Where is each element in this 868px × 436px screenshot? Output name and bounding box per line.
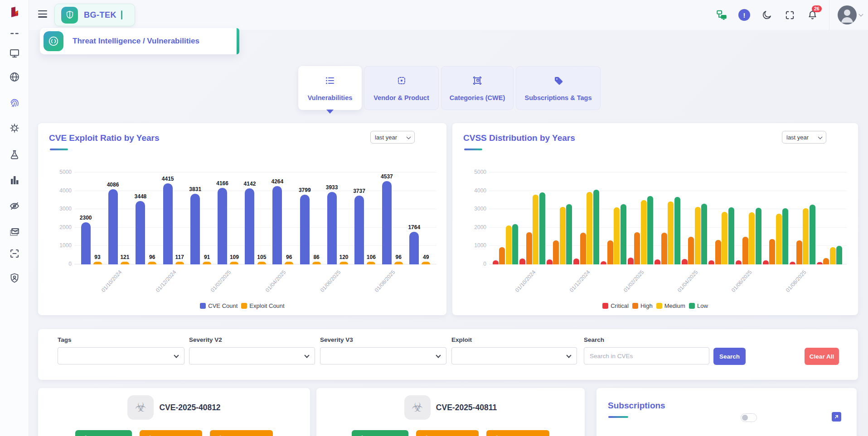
bar-medium[interactable]	[803, 208, 809, 264]
bar-exploit-count[interactable]	[367, 262, 375, 264]
bar-exploit-count[interactable]	[148, 262, 156, 264]
bar-exploit-count[interactable]	[230, 262, 238, 264]
bar-high[interactable]	[796, 240, 802, 264]
bar-medium[interactable]	[830, 247, 836, 264]
bar-high[interactable]	[634, 232, 640, 264]
hamburger-menu-icon[interactable]	[38, 10, 47, 19]
bar-exploit-count[interactable]	[394, 262, 403, 264]
bar-critical[interactable]	[573, 259, 579, 264]
cvss-v2-badge[interactable]: CVSS V2 : -	[352, 430, 408, 436]
bar-cve-count[interactable]	[108, 189, 118, 264]
user-menu[interactable]	[829, 0, 863, 30]
bar-low[interactable]	[810, 205, 815, 264]
bar-high[interactable]	[688, 237, 694, 264]
subscriptions-toggle[interactable]	[741, 413, 757, 422]
bar-low[interactable]	[539, 192, 545, 264]
bar-medium[interactable]	[722, 212, 727, 264]
monitor-icon[interactable]	[9, 48, 20, 59]
bar-cve-count[interactable]	[382, 181, 392, 264]
dashes-icon[interactable]	[9, 28, 20, 39]
bar-exploit-count[interactable]	[422, 262, 430, 264]
bar-cve-count[interactable]	[327, 192, 337, 264]
cve-card[interactable]: ☣ CVE-2025-40812 CVSS V2 : - CVSS V3 : 7…	[38, 388, 310, 436]
network-status-icon[interactable]	[716, 9, 727, 21]
dark-mode-moon-icon[interactable]	[761, 9, 773, 21]
range-selector-dropdown[interactable]: last year	[370, 131, 415, 144]
bar-medium[interactable]	[560, 207, 566, 264]
bar-high[interactable]	[769, 239, 775, 264]
bar-cve-count[interactable]	[81, 222, 91, 264]
notifications-bell-icon[interactable]: 26	[806, 9, 818, 21]
app-logo[interactable]	[9, 6, 20, 18]
bar-high[interactable]	[661, 233, 667, 264]
tab-vendor-product[interactable]: Vendor & Product	[364, 66, 439, 110]
bar-critical[interactable]	[493, 260, 499, 264]
bar-critical[interactable]	[817, 262, 823, 264]
scan-icon[interactable]	[9, 248, 20, 259]
bar-critical[interactable]	[628, 258, 634, 264]
clear-all-button[interactable]: Clear All	[805, 348, 839, 365]
bar-cve-count[interactable]	[190, 194, 200, 264]
legend-item-critical[interactable]: Critical	[602, 302, 629, 309]
bar-medium[interactable]	[668, 201, 674, 264]
bar-critical[interactable]	[547, 259, 553, 264]
bar-exploit-count[interactable]	[203, 262, 211, 264]
bar-exploit-count[interactable]	[175, 262, 184, 264]
bar-critical[interactable]	[601, 261, 606, 264]
bar-critical[interactable]	[519, 259, 525, 264]
bar-low[interactable]	[593, 190, 599, 264]
shield-user-icon[interactable]	[9, 273, 20, 283]
severity-v2-select[interactable]	[189, 347, 315, 364]
virus-icon[interactable]	[9, 123, 20, 134]
bar-high[interactable]	[526, 232, 532, 264]
flask-icon[interactable]	[9, 149, 20, 160]
bar-cve-count[interactable]	[354, 196, 364, 264]
bar-cve-count[interactable]	[272, 186, 282, 264]
bar-medium[interactable]	[506, 225, 512, 264]
cvss-v2-badge[interactable]: CVSS V2 : -	[75, 430, 132, 436]
bar-medium[interactable]	[749, 212, 755, 264]
bar-low[interactable]	[647, 196, 653, 264]
bar-high[interactable]	[607, 240, 613, 264]
bar-cve-count[interactable]	[218, 188, 227, 264]
cvss-v4-badge[interactable]: CVSS V4 : 7.3	[486, 430, 549, 436]
bar-high[interactable]	[742, 237, 748, 264]
bar-low[interactable]	[674, 197, 680, 264]
globe-icon[interactable]	[9, 72, 20, 82]
fingerprint-icon[interactable]	[9, 97, 20, 108]
bar-exploit-count[interactable]	[257, 262, 266, 264]
cvss-v3-badge[interactable]: CVSS V3 : 7.8	[416, 430, 479, 436]
eye-slash-icon[interactable]	[9, 201, 20, 211]
bar-exploit-count[interactable]	[93, 262, 102, 264]
cvss-v4-badge[interactable]: CVSS V4 : 7.3	[210, 430, 273, 436]
bar-exploit-count[interactable]	[312, 262, 321, 264]
bar-exploit-count[interactable]	[339, 262, 348, 264]
bar-low[interactable]	[512, 224, 518, 264]
bar-high[interactable]	[499, 247, 505, 264]
bar-medium[interactable]	[614, 207, 620, 264]
bar-low[interactable]	[728, 207, 734, 264]
bar-medium[interactable]	[587, 192, 592, 264]
bar-low[interactable]	[782, 208, 788, 264]
legend-item-cve-count[interactable]: CVE Count	[200, 302, 238, 309]
bar-exploit-count[interactable]	[121, 262, 129, 264]
exploit-select[interactable]	[451, 347, 577, 364]
bar-cve-count[interactable]	[245, 188, 254, 264]
legend-item-medium[interactable]: Medium	[656, 302, 685, 309]
fullscreen-icon[interactable]	[784, 9, 795, 21]
tags-select[interactable]	[58, 347, 184, 364]
range-selector-dropdown[interactable]: last year	[782, 131, 826, 144]
bar-critical[interactable]	[682, 259, 688, 264]
bar-exploit-count[interactable]	[285, 262, 293, 264]
bar-critical[interactable]	[708, 260, 714, 264]
bar-medium[interactable]	[641, 200, 647, 264]
bar-low[interactable]	[566, 204, 572, 264]
tab-categories-cwe[interactable]: Categories (CWE)	[441, 66, 514, 110]
bar-low[interactable]	[701, 204, 707, 264]
alert-icon[interactable]: !	[738, 9, 750, 21]
bar-high[interactable]	[553, 240, 559, 264]
legend-item-low[interactable]: Low	[689, 302, 708, 309]
bar-critical[interactable]	[655, 259, 660, 264]
bar-critical[interactable]	[736, 260, 742, 264]
bar-low[interactable]	[621, 204, 626, 264]
